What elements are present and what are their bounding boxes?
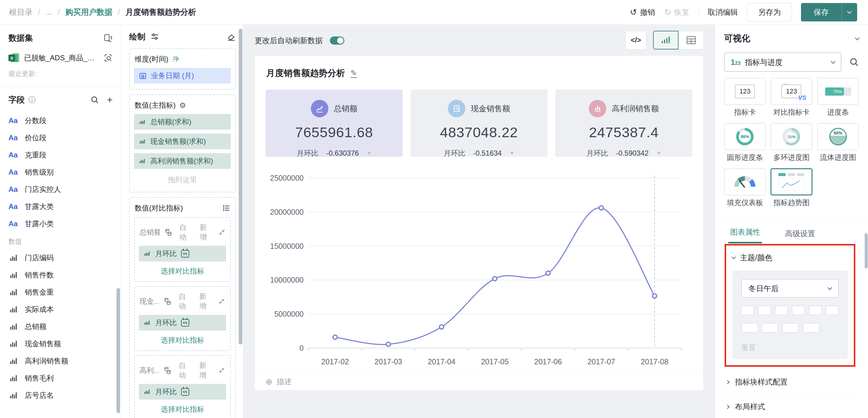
color-swatch[interactable] (803, 323, 819, 333)
color-swatch[interactable] (762, 323, 778, 333)
chart-type-kpi-trend[interactable]: 指标趋势图 (771, 168, 812, 211)
select-compare-link[interactable]: 选择对比指标 (139, 330, 226, 349)
database-icon[interactable] (164, 228, 173, 237)
collapse-panel-icon[interactable] (855, 35, 860, 40)
metric-card-high-profit-sales[interactable]: 高利润销售额 2475387.4 月环比 -0.590342 ▼ (555, 90, 692, 157)
chart-type-progress-bar[interactable]: 75% 进度条 (817, 78, 859, 120)
description-label[interactable]: 描述 (277, 377, 292, 387)
color-swatch[interactable] (758, 306, 771, 315)
select-compare-link[interactable]: 选择对比指标 (139, 399, 226, 418)
field-item[interactable]: 店号店名 (8, 387, 113, 404)
metric-chip[interactable]: 高利润销售额(求和) (134, 153, 231, 169)
scrollbar-thumb[interactable] (865, 233, 868, 268)
dimension-chip[interactable]: 业务日期 (月) (134, 68, 231, 84)
auto-option[interactable]: 自动 (179, 292, 192, 311)
save-split-button[interactable]: 保存 (801, 3, 857, 22)
auto-option[interactable]: 自动 (179, 223, 193, 242)
save-dropdown-button[interactable] (842, 3, 857, 22)
select-compare-link[interactable]: 选择对比指标 (139, 261, 226, 280)
auto-option[interactable]: 自动 (179, 361, 192, 380)
chart-type-compare-kpi-card[interactable]: 123 VS 对比指标卡 (771, 78, 812, 120)
theme-color-section-header[interactable]: 主题/颜色 (732, 253, 848, 263)
drop-here-placeholder[interactable]: 拖到这里 (134, 169, 231, 186)
field-item[interactable]: 门店编码 (8, 249, 113, 266)
chart-type-kpi-card[interactable]: 123 指标卡 (724, 78, 766, 120)
chart-type-circular-progress[interactable]: 86% 圆形进度条 (724, 123, 766, 165)
section-kpi-block-style[interactable]: 指标块样式配置 (724, 370, 859, 394)
add-option[interactable]: 新增 (199, 223, 213, 242)
color-swatch[interactable] (741, 306, 754, 315)
list-settings-icon[interactable] (222, 204, 230, 212)
field-item[interactable]: 高利润销售额 (8, 352, 113, 369)
scrollbar-thumb[interactable] (239, 29, 242, 345)
chart-type-gauge[interactable]: 填充仪表板 (724, 168, 766, 211)
chart-type-multi-ring-progress[interactable]: 31% 多环进度图 (771, 123, 812, 165)
redo-button[interactable]: ↻ 恢复 (664, 7, 689, 17)
field-item[interactable]: 总销额 (8, 318, 113, 335)
field-item[interactable]: Aa销售级别 (8, 163, 113, 181)
field-item[interactable]: 销售金重 (8, 284, 113, 301)
theme-dropdown[interactable]: 冬日午后 (741, 279, 839, 298)
color-swatch[interactable] (792, 306, 805, 315)
field-item[interactable]: Aa甘露小类 (8, 215, 113, 232)
breadcrumb-root[interactable]: 根目录 (9, 7, 33, 18)
field-item[interactable]: 现金销售额 (8, 335, 113, 352)
search-chart-type-icon[interactable] (849, 57, 859, 67)
field-item[interactable]: Aa甘露大类 (8, 198, 113, 215)
color-swatch[interactable] (741, 323, 758, 333)
field-item[interactable]: 实际成本 (8, 301, 113, 318)
collapse-icon[interactable] (218, 228, 225, 236)
undo-button[interactable]: ↺ 撤销 (630, 7, 655, 17)
gear-icon[interactable]: ⚙ (179, 101, 186, 110)
metric-chip[interactable]: 现金销售额(求和) (134, 134, 231, 149)
field-item[interactable]: Aa克重段 (8, 146, 113, 163)
field-item[interactable]: 销售毛利 (8, 369, 113, 387)
search-fields-icon[interactable] (91, 96, 99, 104)
add-option[interactable]: 新增 (199, 292, 213, 311)
database-icon[interactable] (163, 366, 172, 375)
collapse-icon[interactable] (218, 297, 225, 305)
collapse-icon[interactable] (218, 366, 225, 374)
scrollbar-thumb[interactable] (117, 288, 120, 413)
save-as-button[interactable]: 另存为 (747, 3, 792, 22)
table-view-button[interactable] (679, 31, 704, 50)
metric-chip[interactable]: 总销额(求和) (134, 114, 231, 130)
switch-dataset-icon[interactable] (103, 33, 113, 42)
breadcrumb-ellipsis[interactable]: ... (45, 7, 52, 17)
add-field-icon[interactable]: + (107, 95, 113, 105)
color-swatch[interactable] (826, 306, 839, 315)
field-item[interactable]: 销售件数 (8, 266, 113, 284)
chart-type-liquid-progress[interactable]: 60% 流体进度图 (817, 123, 859, 165)
color-swatch[interactable] (782, 323, 799, 333)
reset-button[interactable]: 重置 (741, 343, 839, 353)
tab-chart-properties[interactable]: 图表属性 (728, 227, 762, 244)
trend-line-chart[interactable]: 2500000020000000150000001000000050000000… (263, 163, 695, 371)
edit-title-icon[interactable]: ✎ (350, 69, 357, 78)
cancel-edit-button[interactable]: 取消编辑 (708, 7, 738, 17)
color-swatch[interactable] (775, 306, 788, 315)
chart-view-button[interactable] (653, 31, 679, 50)
breadcrumb-parent[interactable]: 购买用户数据 (65, 7, 112, 18)
compare-chip[interactable]: 月环比 vs (139, 246, 226, 261)
database-icon[interactable] (163, 297, 172, 306)
compare-chip[interactable]: 月环比 vs (139, 315, 226, 330)
metric-card-total-sales[interactable]: 总销额 7655961.68 月环比 -0.630376 ▼ (266, 90, 403, 157)
add-option[interactable]: 新增 (199, 361, 213, 380)
section-layout-style[interactable]: 布局样式 (724, 394, 859, 418)
preview-dataset-icon[interactable] (103, 53, 113, 62)
add-description-icon[interactable]: ⊕ (266, 377, 273, 387)
code-view-button[interactable]: </> (625, 31, 647, 50)
filter-icon[interactable] (172, 55, 180, 63)
metric-card-cash-sales[interactable]: 现金销售额 4837048.22 月环比 -0.51634 ▼ (410, 90, 548, 157)
field-item[interactable]: Aa价位段 (8, 129, 113, 146)
field-item[interactable]: Aa门店实控人 (8, 181, 113, 198)
color-swatch[interactable] (809, 306, 822, 315)
sliders-icon[interactable] (150, 32, 159, 41)
eraser-icon[interactable] (227, 32, 236, 41)
compare-chip[interactable]: 月环比 vs (139, 384, 226, 399)
field-item[interactable]: Aa分数段 (8, 112, 113, 129)
tab-advanced-settings[interactable]: 高级设置 (785, 229, 815, 244)
auto-refresh-toggle[interactable] (330, 36, 344, 45)
dataset-item[interactable]: X 已脱敏_ADS_商品_销... (8, 53, 113, 63)
chart-category-dropdown[interactable]: 123 指标与进度 (724, 53, 841, 72)
